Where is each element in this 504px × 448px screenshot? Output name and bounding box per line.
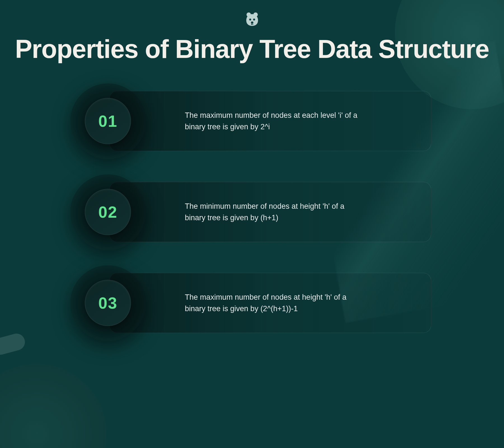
property-text: The minimum number of nodes at height 'h… [185,201,364,223]
property-number: 01 [98,112,118,130]
svg-rect-5 [251,24,252,25]
svg-point-2 [249,18,251,20]
property-text: The maximum number of nodes at height 'h… [185,292,364,314]
property-list: 01 The maximum number of nodes at each l… [73,91,431,333]
svg-point-3 [253,18,255,20]
page-title: Properties of Binary Tree Data Structure [15,35,489,63]
number-badge: 02 [70,174,146,250]
property-number: 03 [98,294,118,312]
bear-mascot-icon [244,11,260,27]
property-number: 02 [98,203,118,221]
number-badge: 03 [70,265,146,341]
decorative-circle [0,364,106,448]
property-card: 03 The maximum number of nodes at height… [73,273,431,333]
number-badge: 01 [70,83,146,159]
property-text: The maximum number of nodes at each leve… [185,110,364,132]
property-card: 01 The maximum number of nodes at each l… [73,91,431,151]
property-card: 02 The minimum number of nodes at height… [73,182,431,242]
svg-point-4 [251,22,253,24]
svg-rect-6 [252,24,253,25]
decorative-splodge [0,332,27,356]
